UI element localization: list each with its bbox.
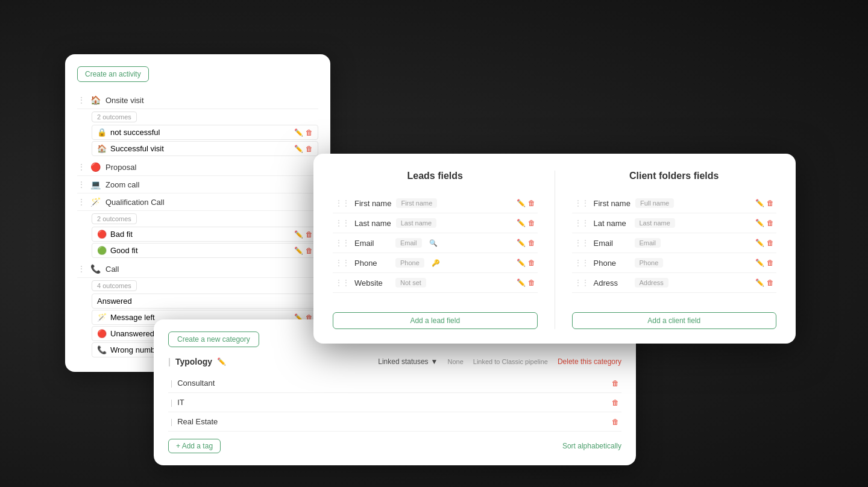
edit-icon[interactable]: ✏️ (294, 128, 303, 137)
delete-icon[interactable]: 🗑 (306, 128, 313, 137)
edit-icon[interactable]: ✏️ (294, 247, 303, 255)
field-placeholder: Email (395, 238, 422, 248)
edit-icon[interactable]: ✏️ (517, 199, 526, 207)
edit-icon[interactable]: ✏️ (517, 219, 526, 227)
outcome-icon: 🔒 (97, 128, 107, 137)
bottom-actions: + Add a tag Sort alphabetically (168, 439, 621, 453)
drag-handle-icon: | (171, 379, 172, 388)
delete-tag-icon[interactable]: 🗑 (612, 418, 619, 426)
delete-icon[interactable]: 🗑 (767, 199, 774, 207)
delete-icon[interactable]: 🗑 (528, 239, 535, 247)
activity-icon: 🔴 (90, 162, 101, 172)
delete-icon[interactable]: 🗑 (306, 145, 313, 153)
add-lead-field-button[interactable]: Add a lead field (333, 312, 538, 329)
field-name: Lat name (594, 219, 630, 228)
sort-alphabetically-button[interactable]: Sort alphabetically (562, 442, 621, 450)
tag-row: | IT 🗑 (168, 393, 621, 412)
add-tag-button[interactable]: + Add a tag (168, 439, 221, 453)
activity-item: ⋮ 🏠 Onsite visit (77, 92, 318, 109)
outcome-icon: 🪄 (97, 313, 107, 322)
edit-icon[interactable]: ✏️ (517, 259, 526, 267)
activity-name: Zoom call (105, 180, 139, 189)
delete-icon[interactable]: 🗑 (528, 199, 535, 207)
drag-handle-icon: ⋮⋮ (335, 239, 350, 247)
add-client-field-button[interactable]: Add a client field (572, 312, 777, 329)
activity-icon: 🪄 (90, 197, 101, 207)
delete-category-button[interactable]: Delete this category (558, 357, 621, 366)
field-placeholder: Full name (635, 198, 674, 208)
outcome-name: Answered (97, 297, 132, 306)
activity-name: Qualification Call (105, 198, 165, 207)
drag-handle-icon: ⋮ (77, 264, 86, 274)
delete-icon[interactable]: 🗑 (528, 278, 535, 287)
linked-statuses-value: None (448, 358, 464, 365)
edit-icon[interactable]: ✏️ (517, 278, 526, 287)
delete-icon[interactable]: 🗑 (306, 247, 313, 255)
field-row: ⋮⋮ Email Email ✏️ 🗑 (572, 233, 777, 253)
tag-row: | Real Estate 🗑 (168, 412, 621, 432)
field-name: First name (594, 199, 631, 208)
activity-item: ⋮ 💻 Zoom call (77, 176, 318, 193)
field-placeholder: Address (635, 278, 668, 287)
delete-icon[interactable]: 🗑 (767, 219, 774, 227)
drag-handle-icon: ⋮ (77, 197, 86, 207)
field-name: Phone (354, 259, 391, 268)
outcome-icon: 🔴 (97, 230, 107, 239)
outcome-item: 🏠Successful visit ✏️ 🗑 (92, 141, 318, 156)
activity-item: ⋮ 🔴 Proposal (77, 159, 318, 176)
activity-name: Onsite visit (105, 96, 144, 105)
delete-tag-icon[interactable]: 🗑 (612, 379, 619, 388)
delete-icon[interactable]: 🗑 (528, 259, 535, 267)
linked-statuses[interactable]: Linked statuses ▼ (378, 357, 438, 366)
edit-icon[interactable]: ✏️ (755, 219, 764, 227)
delete-icon[interactable]: 🗑 (767, 278, 774, 287)
activity-name: Call (105, 265, 119, 274)
activity-item: ⋮ 🪄 Qualification Call (77, 193, 318, 211)
field-row: ⋮⋮ Email Email 🔍 ✏️ 🗑 (333, 233, 538, 253)
delete-icon[interactable]: 🗑 (767, 239, 774, 247)
edit-icon[interactable]: ✏️ (755, 259, 764, 267)
fields-divider (555, 171, 555, 329)
edit-icon[interactable]: ✏️ (517, 239, 526, 247)
field-placeholder: Last name (635, 218, 675, 228)
outcome-icon: 🏠 (97, 144, 107, 153)
outcome-item: 🔴Bad fit ✏️ 🗑 (92, 227, 318, 242)
outcomes-section: 2 outcomes 🔴Bad fit ✏️ 🗑 🟢Good fit ✏️ 🗑 (92, 211, 318, 258)
outcome-item: 🟢Good fit ✏️ 🗑 (92, 243, 318, 258)
field-name: Last name (354, 219, 391, 228)
drag-handle-icon: ⋮⋮ (335, 219, 350, 227)
tag-name: Real Estate (177, 417, 218, 426)
drag-handle-icon: ⋮ (77, 180, 86, 189)
drag-handle-icon: ⋮⋮ (574, 239, 589, 247)
category-header: | Typology ✏️ Linked statuses ▼ None Lin… (168, 357, 621, 366)
outcome-icon: 🔴 (97, 329, 107, 338)
edit-icon[interactable]: ✏️ (294, 145, 303, 153)
field-row: ⋮⋮ Adress Address ✏️ 🗑 (572, 273, 777, 293)
leads-fields-section: Leads fields ⋮⋮ First name First name ✏️… (333, 171, 538, 329)
outcome-name: Bad fit (110, 230, 133, 239)
delete-icon[interactable]: 🗑 (528, 219, 535, 227)
delete-icon[interactable]: 🗑 (306, 230, 313, 239)
edit-icon[interactable]: ✏️ (294, 230, 303, 239)
edit-category-icon[interactable]: ✏️ (217, 357, 226, 366)
delete-icon[interactable]: 🗑 (767, 259, 774, 267)
outcome-icon: 🟢 (97, 246, 107, 255)
field-row: ⋮⋮ Phone Phone 🔑 ✏️ 🗑 (333, 253, 538, 273)
field-placeholder: Not set (395, 278, 426, 287)
create-activity-button[interactable]: Create an activity (77, 66, 149, 82)
linked-statuses-label: Linked statuses (378, 357, 428, 366)
field-row: ⋮⋮ Last name Last name ✏️ 🗑 (333, 213, 538, 233)
field-name: Phone (594, 259, 630, 268)
field-name: Email (594, 239, 630, 248)
outcome-item: 🔒not successful ✏️ 🗑 (92, 125, 318, 140)
tag-name: Consultant (177, 379, 215, 388)
outcome-name: Successful visit (110, 144, 164, 153)
activity-item: ⋮ 📞 Call (77, 260, 318, 278)
edit-icon[interactable]: ✏️ (755, 199, 764, 207)
edit-icon[interactable]: ✏️ (755, 239, 764, 247)
outcome-icon: 📞 (97, 345, 107, 354)
activity-icon: 🏠 (90, 95, 101, 105)
create-category-button[interactable]: Create a new category (168, 331, 259, 347)
edit-icon[interactable]: ✏️ (755, 278, 764, 287)
delete-tag-icon[interactable]: 🗑 (612, 398, 619, 407)
